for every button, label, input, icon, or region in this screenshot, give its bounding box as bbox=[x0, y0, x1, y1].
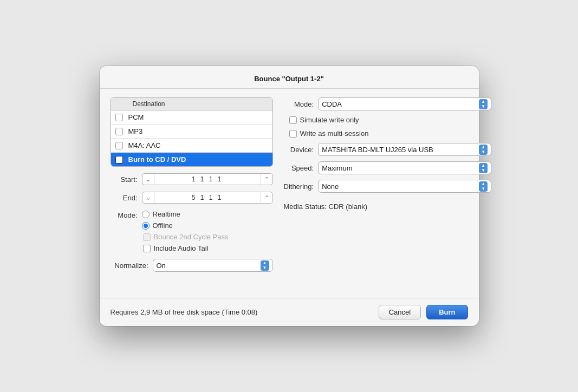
dithering-down-arrow[interactable]: ▼ bbox=[481, 187, 485, 191]
mode-section: Mode: Realtime Offline bbox=[111, 210, 273, 252]
end-label: End: bbox=[111, 194, 138, 202]
include-audio-tail-row[interactable]: Include Audio Tail bbox=[142, 244, 229, 252]
start-down-arrow[interactable]: ⌄ bbox=[142, 174, 154, 185]
m4a-checkbox[interactable] bbox=[115, 142, 123, 149]
burn-checkbox[interactable]: ✓ bbox=[115, 156, 123, 164]
dithering-select[interactable]: None ▲ ▼ bbox=[318, 180, 491, 193]
right-mode-row: Mode: CDDA ▲ ▼ bbox=[284, 97, 492, 110]
start-value: 1 1 1 1 bbox=[154, 175, 261, 183]
mode-stepper-arrows[interactable]: ▲ ▼ bbox=[479, 99, 488, 109]
simulate-row[interactable]: Simulate write only bbox=[284, 116, 492, 124]
offline-radio[interactable] bbox=[142, 222, 150, 230]
right-mode-select[interactable]: CDDA ▲ ▼ bbox=[318, 97, 491, 110]
end-up-arrow[interactable]: ⌃ bbox=[261, 192, 272, 203]
bounce-dialog: Bounce "Output 1-2" Destination PCM MP3 bbox=[100, 66, 479, 326]
start-up-arrow[interactable]: ⌃ bbox=[261, 174, 272, 185]
simulate-checkbox[interactable] bbox=[289, 116, 297, 124]
normalize-value: On bbox=[157, 262, 261, 270]
device-stepper-arrows[interactable]: ▲ ▼ bbox=[479, 145, 488, 155]
speed-row: Speed: Maximum ▲ ▼ bbox=[284, 161, 492, 174]
speed-value: Maximum bbox=[322, 164, 479, 172]
dithering-row: Dithering: None ▲ ▼ bbox=[284, 180, 492, 193]
multi-session-checkbox[interactable] bbox=[289, 130, 297, 138]
include-audio-tail-label: Include Audio Tail bbox=[154, 244, 209, 252]
table-row[interactable]: ✓ Burn to CD / DVD bbox=[111, 153, 272, 166]
footer-buttons: Cancel Burn bbox=[379, 305, 468, 319]
pcm-checkbox[interactable] bbox=[115, 114, 123, 121]
device-up-arrow[interactable]: ▲ bbox=[481, 145, 485, 149]
left-panel: Destination PCM MP3 M4A: AAC bbox=[111, 97, 273, 289]
right-mode-label: Mode: bbox=[294, 100, 314, 108]
mode-down-arrow[interactable]: ▼ bbox=[481, 104, 485, 109]
normalize-up-arrow[interactable]: ▲ bbox=[263, 261, 267, 265]
bounce-2nd-label: Bounce 2nd Cycle Pass bbox=[154, 233, 229, 241]
dialog-footer: Requires 2,9 MB of free disk space (Time… bbox=[100, 298, 479, 326]
multi-session-row[interactable]: Write as multi-session bbox=[284, 129, 492, 138]
start-label: Start: bbox=[111, 175, 138, 184]
media-status: Media Status: CDR (blank) bbox=[284, 198, 492, 211]
speed-stepper-arrows[interactable]: ▲ ▼ bbox=[479, 163, 488, 173]
normalize-stepper-arrows[interactable]: ▲ ▼ bbox=[261, 260, 269, 271]
speed-label: Speed: bbox=[291, 164, 314, 172]
right-mode-value: CDDA bbox=[322, 100, 479, 108]
offline-label: Offline bbox=[153, 221, 173, 230]
speed-down-arrow[interactable]: ▼ bbox=[481, 168, 485, 173]
dithering-stepper-arrows[interactable]: ▲ ▼ bbox=[479, 181, 488, 192]
dithering-label: Dithering: bbox=[284, 182, 314, 191]
normalize-down-arrow[interactable]: ▼ bbox=[263, 266, 267, 270]
bounce-2nd-checkbox[interactable] bbox=[143, 233, 151, 241]
table-row[interactable]: PCM bbox=[111, 110, 272, 125]
m4a-label: M4A: AAC bbox=[128, 141, 161, 149]
device-select[interactable]: MATSHITA BD-MLT UJ265 via USB ▲ ▼ bbox=[318, 143, 491, 156]
realtime-radio[interactable] bbox=[142, 211, 150, 218]
device-label: Device: bbox=[290, 146, 314, 154]
start-field-row: Start: ⌄ 1 1 1 1 ⌃ bbox=[111, 173, 273, 185]
radio-dot bbox=[144, 224, 148, 228]
end-value: 5 1 1 1 bbox=[154, 194, 261, 201]
realtime-label: Realtime bbox=[153, 210, 180, 218]
cancel-button[interactable]: Cancel bbox=[379, 305, 421, 319]
mode-options: Realtime Offline Bounce 2nd Cycle Pass bbox=[142, 210, 229, 252]
normalize-select[interactable]: On ▲ ▼ bbox=[153, 259, 273, 272]
table-row[interactable]: MP3 bbox=[111, 125, 272, 139]
destination-header: Destination bbox=[111, 98, 272, 110]
right-panel: Mode: CDDA ▲ ▼ Simulate write only Write… bbox=[284, 97, 492, 289]
simulate-label: Simulate write only bbox=[300, 116, 359, 124]
end-down-arrow[interactable]: ⌄ bbox=[142, 192, 154, 203]
multi-session-label: Write as multi-session bbox=[300, 129, 369, 138]
disk-info: Requires 2,9 MB of free disk space (Time… bbox=[111, 308, 258, 316]
device-row: Device: MATSHITA BD-MLT UJ265 via USB ▲ … bbox=[284, 143, 492, 156]
offline-radio-row[interactable]: Offline bbox=[142, 221, 229, 230]
start-stepper[interactable]: ⌄ 1 1 1 1 ⌃ bbox=[142, 173, 273, 185]
mode-up-arrow[interactable]: ▲ bbox=[481, 100, 485, 104]
dialog-title: Bounce "Output 1-2" bbox=[100, 66, 479, 89]
table-row[interactable]: M4A: AAC bbox=[111, 139, 272, 153]
mp3-checkbox[interactable] bbox=[115, 128, 123, 135]
dithering-value: None bbox=[322, 182, 479, 191]
end-stepper[interactable]: ⌄ 5 1 1 1 ⌃ bbox=[142, 192, 273, 204]
dialog-content: Destination PCM MP3 M4A: AAC bbox=[100, 89, 479, 298]
speed-select[interactable]: Maximum ▲ ▼ bbox=[318, 161, 491, 174]
normalize-label: Normalize: bbox=[111, 262, 148, 270]
destination-table: Destination PCM MP3 M4A: AAC bbox=[111, 97, 273, 167]
bounce-2nd-row[interactable]: Bounce 2nd Cycle Pass bbox=[142, 233, 229, 241]
device-down-arrow[interactable]: ▼ bbox=[481, 150, 485, 154]
normalize-row: Normalize: On ▲ ▼ bbox=[111, 259, 273, 272]
mp3-label: MP3 bbox=[128, 127, 143, 135]
mode-label: Mode: bbox=[111, 210, 138, 219]
burn-label: Burn to CD / DVD bbox=[128, 155, 186, 164]
dithering-up-arrow[interactable]: ▲ bbox=[481, 182, 485, 186]
realtime-radio-row[interactable]: Realtime bbox=[142, 210, 229, 218]
device-value: MATSHITA BD-MLT UJ265 via USB bbox=[322, 146, 479, 154]
end-field-row: End: ⌄ 5 1 1 1 ⌃ bbox=[111, 192, 273, 204]
burn-button[interactable]: Burn bbox=[426, 305, 467, 319]
speed-up-arrow[interactable]: ▲ bbox=[481, 164, 485, 168]
pcm-label: PCM bbox=[128, 113, 144, 121]
include-audio-tail-checkbox[interactable] bbox=[143, 245, 151, 252]
